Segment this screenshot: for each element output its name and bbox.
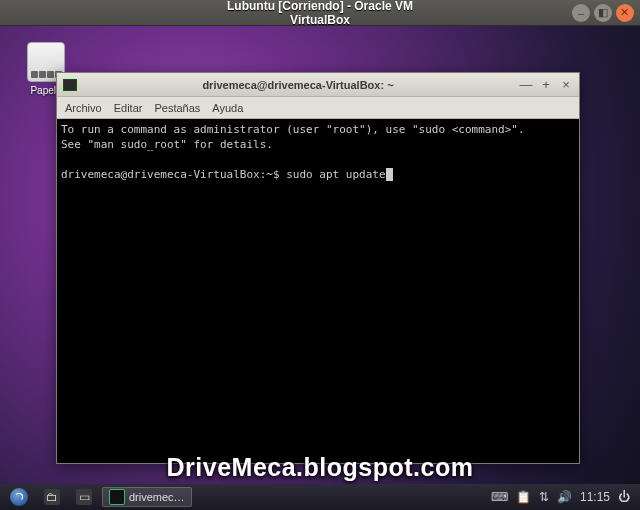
clipboard-icon[interactable]: 📋 — [516, 490, 531, 504]
terminal-body[interactable]: To run a command as administrator (user … — [57, 119, 579, 463]
terminal-minimize-button[interactable]: — — [519, 77, 533, 92]
file-manager-button[interactable]: 🗀 — [38, 487, 66, 507]
lubuntu-logo-icon — [10, 488, 28, 506]
virtualbox-window-title: Lubuntu [Corriendo] - Oracle VM VirtualB… — [215, 0, 424, 27]
terminal-cursor — [386, 168, 393, 181]
menu-pestanas[interactable]: Pestañas — [154, 102, 200, 114]
terminal-command: sudo apt update — [286, 168, 385, 181]
close-button[interactable]: ✕ — [616, 4, 634, 22]
terminal-small-icon — [109, 489, 125, 505]
menu-editar[interactable]: Editar — [114, 102, 143, 114]
menu-ayuda[interactable]: Ayuda — [212, 102, 243, 114]
system-tray: ⌨ 📋 ⇅ 🔊 11:15 ⏻ — [491, 490, 636, 504]
folder-icon: 🗀 — [44, 489, 60, 505]
virtualbox-titlebar: Lubuntu [Corriendo] - Oracle VM VirtualB… — [0, 0, 640, 26]
taskbar-item-terminal[interactable]: drivemec… — [102, 487, 192, 507]
terminal-close-button[interactable]: × — [559, 77, 573, 92]
terminal-prompt: drivemeca@drivemeca-VirtualBox:~$ — [61, 168, 286, 181]
logout-icon[interactable]: ⏻ — [618, 490, 630, 504]
terminal-icon — [63, 79, 77, 91]
taskbar-item-label: drivemec… — [129, 491, 185, 503]
terminal-menubar: Archivo Editar Pestañas Ayuda — [57, 97, 579, 119]
terminal-line: To run a command as administrator (user … — [61, 123, 525, 136]
clock[interactable]: 11:15 — [580, 490, 610, 504]
minimize-button[interactable]: – — [572, 4, 590, 22]
volume-icon[interactable]: 🔊 — [557, 490, 572, 504]
terminal-maximize-button[interactable]: + — [539, 77, 553, 92]
terminal-line: See "man sudo_root" for details. — [61, 138, 273, 151]
desktop-icon: ▭ — [76, 489, 92, 505]
watermark-text: DriveMeca.blogspot.com — [0, 453, 640, 482]
show-desktop-button[interactable]: ▭ — [70, 487, 98, 507]
start-menu-button[interactable] — [4, 487, 34, 507]
terminal-title: drivemeca@drivemeca-VirtualBox: ~ — [83, 79, 513, 91]
terminal-titlebar[interactable]: drivemeca@drivemeca-VirtualBox: ~ — + × — [57, 73, 579, 97]
keyboard-indicator-icon[interactable]: ⌨ — [491, 490, 508, 504]
terminal-window: drivemeca@drivemeca-VirtualBox: ~ — + × … — [56, 72, 580, 464]
maximize-button[interactable]: ◧ — [594, 4, 612, 22]
menu-archivo[interactable]: Archivo — [65, 102, 102, 114]
lubuntu-desktop[interactable]: Papele drivemeca@drivemeca-VirtualBox: ~… — [0, 26, 640, 510]
taskbar: 🗀 ▭ drivemec… ⌨ 📋 ⇅ 🔊 11:15 ⏻ — [0, 484, 640, 510]
network-icon[interactable]: ⇅ — [539, 490, 549, 504]
